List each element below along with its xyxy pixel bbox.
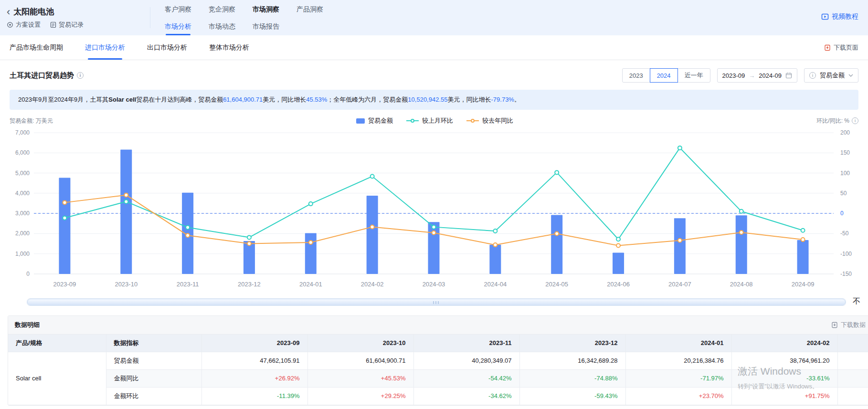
col-date: 2023-11	[413, 335, 519, 352]
chart-zoom-slider[interactable]	[27, 298, 846, 306]
col-date: 2024-02	[731, 335, 837, 352]
tab-competitor-insight[interactable]: 竞企洞察	[209, 5, 235, 14]
summary-product: Solar cell	[108, 96, 136, 103]
value-cell: +91.75%	[731, 387, 837, 405]
value-cell: +23.70%	[625, 387, 731, 405]
page: ‹ 太阳能电池 方案设置 贸易记录 客户洞察 竞企洞察 市场洞察 产品洞察	[0, 0, 868, 409]
chart-header-row: 贸易金额: 万美元 贸易金额 较上月环比 较去年同比 环比/同比: %	[10, 116, 858, 125]
year-2024-button[interactable]: 2024	[650, 68, 678, 83]
legend-mom[interactable]: 较上月环比	[406, 116, 453, 125]
col-filler	[837, 335, 868, 352]
target-icon	[7, 21, 13, 28]
trade-records-button[interactable]: 贸易记录	[50, 21, 84, 29]
scheme-settings-label: 方案设置	[16, 21, 41, 29]
svg-text:2024-03: 2024-03	[423, 281, 445, 288]
bar-swatch-icon	[356, 118, 365, 124]
tab-product-insight[interactable]: 产品洞察	[296, 5, 323, 14]
subtab-market-report[interactable]: 市场报告	[253, 18, 279, 35]
calendar-icon	[785, 72, 792, 79]
nav-export-analysis[interactable]: 出口市场分析	[147, 35, 187, 60]
svg-text:4,000: 4,000	[15, 190, 30, 197]
svg-text:2024-05: 2024-05	[545, 281, 568, 288]
last-year-button[interactable]: 近一年	[677, 68, 710, 83]
value-cell: 61,604,900.71	[307, 352, 413, 369]
nav-overall-analysis[interactable]: 整体市场分析	[209, 35, 249, 60]
summary-peak-yoy: 45.53%	[306, 96, 327, 103]
svg-text:-100: -100	[840, 251, 852, 257]
table-row-mom: 金额环比 -11.39% +29.25% -34.62% -59.43% +23…	[8, 387, 868, 405]
subtab-market-dynamics[interactable]: 市场动态	[209, 18, 235, 35]
value-cell: 40,280,349.07	[413, 352, 519, 369]
detail-header: 数据明细 下载数据	[8, 316, 868, 335]
summary-banner: 2023年9月至2024年9月，土耳其Solar cell贸易在十月达到高峰，贸…	[10, 90, 858, 110]
legend-trade-amount[interactable]: 贸易金额	[356, 116, 393, 125]
date-range-picker[interactable]: 2023-09 → 2024-09	[717, 68, 797, 83]
svg-text:2024-07: 2024-07	[668, 281, 691, 288]
svg-text:2023-09: 2023-09	[53, 281, 76, 288]
svg-text:50: 50	[840, 190, 847, 197]
range-arrow-icon: →	[749, 72, 755, 79]
table-row-yoy: 金额同比 +26.92% +45.53% -54.42% -74.88% -71…	[8, 369, 868, 387]
trend-controls: 2023 2024 近一年 2023-09 → 2024-09 贸易金额	[622, 68, 858, 83]
nav-import-analysis[interactable]: 进口市场分析	[85, 35, 125, 60]
trend-title: 土耳其进口贸易趋势	[10, 71, 74, 80]
line-marker-icon	[466, 118, 479, 123]
download-data-button[interactable]: 下载数据	[831, 321, 866, 329]
svg-text:2,000: 2,000	[15, 230, 30, 237]
col-date: 2023-10	[307, 335, 413, 352]
summary-text: 2023年9月至2024年9月，土耳其	[18, 96, 108, 103]
metric-select[interactable]: 贸易金额	[804, 68, 858, 83]
value-cell: -74.88%	[519, 369, 625, 387]
page-title: 太阳能电池	[13, 6, 54, 17]
trend-chart: 0-1501,000-1002,000-503,00004,000505,000…	[8, 125, 860, 295]
svg-text:100: 100	[840, 170, 850, 177]
filler-cell	[837, 369, 868, 387]
svg-text:2024-01: 2024-01	[299, 281, 322, 288]
svg-text:2024-08: 2024-08	[730, 281, 753, 288]
svg-text:2024-02: 2024-02	[361, 281, 384, 288]
date-from-value: 2023-09	[722, 72, 745, 79]
tab-customer-insight[interactable]: 客户洞察	[165, 5, 191, 14]
value-cell: -71.97%	[625, 369, 731, 387]
cutoff-text: 不	[853, 297, 860, 307]
app-header: ‹ 太阳能电池 方案设置 贸易记录 客户洞察 竞企洞察 市场洞察 产品洞察	[0, 0, 868, 35]
product-cell: Solar cell	[8, 352, 106, 405]
tab-market-insight[interactable]: 市场洞察	[253, 5, 279, 14]
svg-text:3,000: 3,000	[15, 210, 30, 217]
nav-product-lifecycle[interactable]: 产品市场生命周期	[10, 35, 63, 60]
svg-text:-150: -150	[840, 271, 852, 277]
info-circle-icon[interactable]	[77, 72, 84, 79]
svg-text:6,000: 6,000	[15, 149, 30, 156]
table-row-amount: Solar cell 贸易金额 47,662,105.91 61,604,900…	[8, 352, 868, 369]
value-cell: -11.39%	[201, 387, 307, 405]
col-date: 2023-09	[201, 335, 307, 352]
download-page-label: 下载页面	[834, 43, 858, 52]
svg-text:0: 0	[26, 271, 30, 277]
svg-text:2024-09: 2024-09	[792, 281, 815, 288]
metric-cell: 金额环比	[106, 387, 201, 405]
video-tutorial-button[interactable]: 视频教程	[821, 12, 858, 21]
slider-thumb[interactable]	[27, 299, 846, 305]
subtab-market-analysis[interactable]: 市场分析	[165, 18, 191, 35]
back-icon[interactable]: ‹	[7, 8, 10, 16]
right-axis-unit-label: 环比/同比: %	[816, 117, 849, 125]
year-2023-button[interactable]: 2023	[622, 68, 650, 83]
download-page-button[interactable]: 下载页面	[824, 35, 858, 60]
summary-low-amount: 10,520,942.55	[408, 96, 447, 103]
legend-yoy[interactable]: 较去年同比	[466, 116, 513, 125]
scheme-settings-button[interactable]: 方案设置	[7, 21, 41, 29]
col-metric: 数据指标	[106, 335, 201, 352]
col-product: 产品/规格	[8, 335, 106, 352]
value-cell: +29.25%	[307, 387, 413, 405]
left-axis-unit-label: 贸易金额: 万美元	[10, 117, 53, 125]
svg-text:2024-06: 2024-06	[607, 281, 630, 288]
svg-text:200: 200	[840, 129, 850, 136]
table-header-row: 产品/规格 数据指标 2023-09 2023-10 2023-11 2023-…	[8, 335, 868, 352]
summary-low-yoy: -79.73%	[491, 96, 514, 103]
svg-text:2023-10: 2023-10	[115, 281, 138, 288]
value-cell: +45.53%	[307, 369, 413, 387]
info-circle-icon[interactable]	[852, 117, 858, 124]
value-cell: 38,764,961.20	[731, 352, 837, 369]
summary-peak-amount: 61,604,900.71	[223, 96, 263, 103]
download-page-icon	[824, 44, 831, 51]
